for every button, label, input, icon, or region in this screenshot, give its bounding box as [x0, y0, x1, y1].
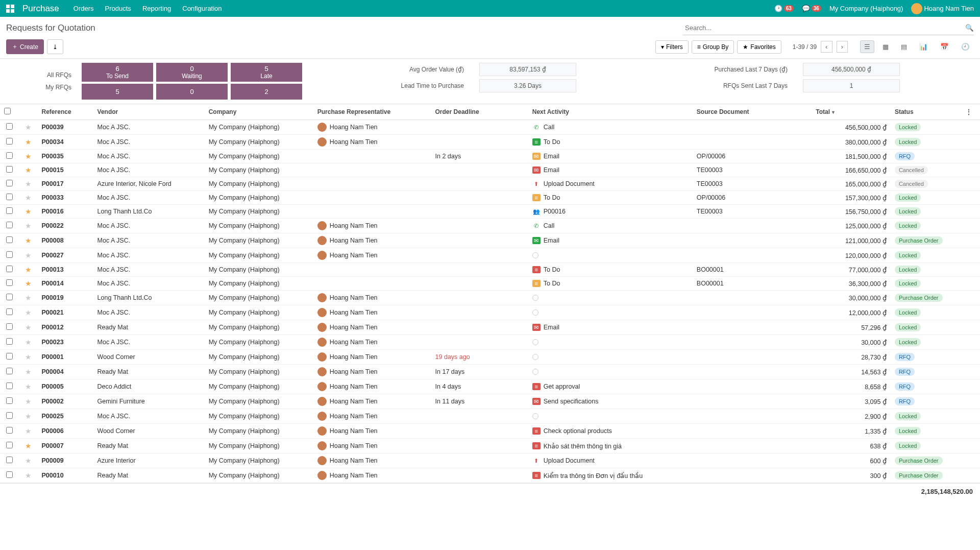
cell-vendor[interactable]: Ready Mat [93, 468, 205, 483]
cell-source[interactable] [693, 248, 812, 263]
cell-vendor[interactable]: Moc A JSC. [93, 233, 205, 248]
cell-source[interactable] [693, 365, 812, 379]
pager-prev[interactable]: ‹ [821, 41, 832, 53]
cell-vendor[interactable]: Moc A JSC. [93, 150, 205, 163]
cell-rep[interactable]: Hoang Nam Tien [317, 293, 427, 302]
cell-vendor[interactable]: Moc A JSC. [93, 120, 205, 135]
cell-reference[interactable]: P00008 [38, 233, 93, 248]
cell-vendor[interactable]: Ready Mat [93, 320, 205, 335]
cell-source[interactable] [693, 120, 812, 135]
star-toggle[interactable]: ★ [25, 266, 32, 274]
cell-source[interactable]: TE00003 [693, 177, 812, 191]
search-input[interactable] [683, 21, 965, 35]
cell-rep[interactable]: Hoang Nam Tien [317, 426, 427, 436]
star-toggle[interactable]: ★ [25, 382, 32, 391]
row-checkbox[interactable] [6, 427, 13, 434]
row-checkbox[interactable] [6, 180, 13, 186]
cell-vendor[interactable]: Deco Addict [93, 379, 205, 394]
cell-vendor[interactable]: Ready Mat [93, 365, 205, 379]
star-toggle[interactable]: ★ [25, 323, 32, 331]
cell-source[interactable] [693, 453, 812, 468]
row-checkbox[interactable] [6, 471, 13, 478]
cell-activity[interactable]: ≡To Do [532, 138, 689, 146]
cell-reference[interactable]: P00025 [38, 409, 93, 424]
cell-reference[interactable]: P00001 [38, 350, 93, 365]
cell-reference[interactable]: P00016 [38, 205, 93, 219]
cell-reference[interactable]: P00039 [38, 120, 93, 135]
cell-rep[interactable]: Hoang Nam Tien [317, 323, 427, 332]
cell-reference[interactable]: P00035 [38, 150, 93, 163]
cell-vendor[interactable]: Moc A JSC. [93, 277, 205, 291]
cell-vendor[interactable]: Long Thanh Ltd.Co [93, 205, 205, 219]
cell-rep[interactable]: Hoang Nam Tien [317, 338, 427, 347]
star-toggle[interactable]: ★ [25, 353, 32, 361]
row-checkbox[interactable] [6, 222, 13, 228]
dash-late-my[interactable]: 2 [231, 84, 302, 100]
cell-source[interactable] [693, 409, 812, 424]
th-company[interactable]: Company [205, 104, 313, 120]
select-all-checkbox[interactable] [4, 108, 11, 114]
table-row[interactable]: ★P00013Moc A JSC.My Company (Haiphong)≡T… [0, 263, 980, 277]
pager-next[interactable]: › [837, 41, 848, 53]
star-toggle[interactable]: ★ [25, 152, 32, 160]
download-button[interactable]: ⤓ [47, 39, 63, 54]
view-kanban[interactable]: ▦ [878, 40, 893, 53]
cell-reference[interactable]: P00014 [38, 277, 93, 291]
cell-rep[interactable]: Hoang Nam Tien [317, 352, 427, 362]
row-checkbox[interactable] [6, 194, 13, 200]
row-checkbox[interactable] [6, 236, 13, 243]
table-row[interactable]: ★P00027Moc A JSC.My Company (Haiphong)Ho… [0, 248, 980, 263]
table-row[interactable]: ★P00023Moc A JSC.My Company (Haiphong)Ho… [0, 335, 980, 350]
cell-reference[interactable]: P00004 [38, 365, 93, 379]
cell-source[interactable]: TE00003 [693, 163, 812, 177]
cell-source[interactable] [693, 394, 812, 409]
cell-activity[interactable]: ✉Email [532, 166, 689, 174]
view-list[interactable]: ☰ [860, 40, 874, 53]
cell-reference[interactable]: P00034 [38, 135, 93, 150]
cell-reference[interactable]: P00017 [38, 177, 93, 191]
cell-reference[interactable]: P00002 [38, 394, 93, 409]
cell-rep[interactable]: Hoang Nam Tien [317, 456, 427, 465]
row-checkbox[interactable] [6, 251, 13, 258]
row-checkbox[interactable] [6, 412, 13, 419]
cell-reference[interactable]: P00022 [38, 219, 93, 233]
cell-rep[interactable]: Hoang Nam Tien [317, 397, 427, 406]
nav-reporting[interactable]: Reporting [142, 5, 171, 12]
row-checkbox[interactable] [6, 457, 13, 463]
cell-reference[interactable]: P00015 [38, 163, 93, 177]
cell-activity[interactable] [532, 354, 689, 360]
cell-vendor[interactable]: Moc A JSC. [93, 305, 205, 320]
cell-vendor[interactable]: Wood Corner [93, 424, 205, 439]
cell-rep[interactable]: Hoang Nam Tien [317, 251, 427, 260]
table-row[interactable]: ★P00001Wood CornerMy Company (Haiphong)H… [0, 350, 980, 365]
cell-rep[interactable]: Hoang Nam Tien [317, 367, 427, 376]
nav-products[interactable]: Products [105, 5, 131, 12]
star-toggle[interactable]: ★ [25, 294, 32, 302]
cell-activity[interactable] [532, 252, 689, 258]
cell-source[interactable] [693, 233, 812, 248]
cell-activity[interactable]: ✉Email [532, 153, 689, 160]
cell-reference[interactable]: P00013 [38, 263, 93, 277]
view-graph[interactable]: 📊 [915, 40, 932, 53]
cell-activity[interactable]: ⬆Upload Document [532, 457, 689, 464]
table-row[interactable]: ★P00015Moc A JSC.My Company (Haiphong)✉E… [0, 163, 980, 177]
cell-rep[interactable]: Hoang Nam Tien [317, 221, 427, 230]
create-button[interactable]: ＋Create [6, 39, 44, 54]
star-toggle[interactable]: ★ [25, 368, 32, 376]
table-row[interactable]: ★P00025Moc A JSC.My Company (Haiphong)Ho… [0, 409, 980, 424]
row-checkbox[interactable] [6, 323, 13, 330]
nav-orders[interactable]: Orders [74, 5, 94, 12]
star-toggle[interactable]: ★ [25, 397, 32, 405]
table-row[interactable]: ★P00012Ready MatMy Company (Haiphong)Hoa… [0, 320, 980, 335]
table-row[interactable]: ★P00039Moc A JSC.My Company (Haiphong)Ho… [0, 120, 980, 135]
apps-icon[interactable] [6, 5, 14, 13]
cell-rep[interactable]: Hoang Nam Tien [317, 137, 427, 147]
cell-rep[interactable]: Hoang Nam Tien [317, 471, 427, 480]
groupby-button[interactable]: ≡Group By [692, 40, 734, 54]
cell-vendor[interactable]: Gemini Furniture [93, 394, 205, 409]
row-checkbox[interactable] [6, 138, 13, 145]
star-toggle[interactable]: ★ [25, 207, 32, 216]
cell-source[interactable]: TE00003 [693, 205, 812, 219]
row-checkbox[interactable] [6, 382, 13, 389]
favorites-button[interactable]: ★Favorites [737, 40, 781, 54]
